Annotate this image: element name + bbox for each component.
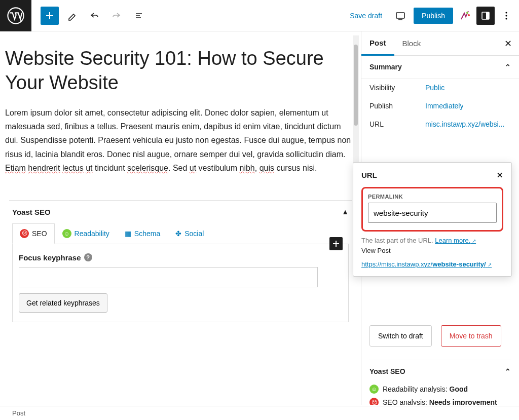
external-link-icon: ↗: [488, 262, 492, 268]
redo-button[interactable]: [107, 7, 126, 25]
move-to-trash-button[interactable]: Move to trash: [441, 325, 501, 347]
tab-seo[interactable]: ☹ SEO: [12, 223, 55, 244]
breadcrumb[interactable]: Post: [12, 409, 25, 417]
view-post-link[interactable]: View Post: [361, 247, 391, 254]
permalink-input[interactable]: [368, 203, 497, 223]
options-menu-button[interactable]: [499, 7, 514, 25]
full-permalink-link[interactable]: https://misc.instawp.xyz/website-securit…: [361, 260, 503, 268]
publish-row[interactable]: Publish Immediately: [361, 97, 519, 115]
chevron-up-icon: ⌃: [505, 63, 511, 71]
breadcrumb-bar: Post: [0, 406, 519, 420]
svg-point-7: [505, 15, 507, 16]
publish-value[interactable]: Immediately: [425, 102, 463, 110]
tab-block[interactable]: Block: [394, 32, 429, 55]
tab-social[interactable]: ✤ Social: [168, 223, 211, 244]
svg-rect-1: [396, 13, 404, 18]
sidebar-toggle-button[interactable]: [476, 7, 495, 25]
collapse-icon: ▲: [342, 208, 349, 216]
help-icon[interactable]: ?: [84, 253, 92, 261]
top-toolbar: Save draft Publish: [0, 0, 519, 31]
tab-readability[interactable]: ☺ Readability: [55, 223, 117, 244]
svg-point-6: [505, 12, 507, 13]
permalink-hint: The last part of the URL. Learn more. ↗ …: [361, 236, 503, 255]
svg-point-2: [466, 12, 468, 14]
chevron-up-icon: ⌃: [505, 367, 511, 375]
undo-button[interactable]: [85, 7, 103, 25]
yoast-metabox-title: Yoast SEO: [12, 208, 51, 216]
yoast-icon[interactable]: [457, 8, 472, 23]
svg-rect-5: [486, 12, 489, 19]
visibility-row[interactable]: Visibility Public: [361, 79, 519, 97]
scrollbar-thumb[interactable]: [354, 45, 358, 126]
close-sidebar-button[interactable]: ✕: [497, 38, 519, 49]
share-icon: ✤: [175, 230, 181, 238]
svg-point-8: [505, 18, 507, 19]
url-row[interactable]: URL misc.instawp.xyz/websi...: [361, 115, 519, 133]
preview-button[interactable]: [391, 7, 410, 25]
popover-title: URL: [361, 171, 377, 180]
add-block-button[interactable]: [41, 7, 59, 25]
sad-face-icon: ☹: [20, 229, 29, 238]
sidebar-yoast-header[interactable]: Yoast SEO ⌃: [369, 360, 511, 383]
post-title[interactable]: Website Security 101: How to Secure Your…: [5, 47, 356, 95]
url-popover: URL ✕ PERMALINK The last part of the URL…: [353, 162, 512, 277]
permalink-label: PERMALINK: [368, 194, 497, 200]
summary-panel-header[interactable]: Summary ⌃: [369, 63, 511, 71]
publish-button[interactable]: Publish: [414, 8, 453, 24]
url-value[interactable]: misc.instawp.xyz/websi...: [425, 120, 504, 128]
happy-face-icon: ☺: [62, 229, 71, 238]
post-body[interactable]: Lorem ipsum dolor sit amet, consectetur …: [5, 106, 356, 175]
save-draft-link[interactable]: Save draft: [345, 9, 387, 23]
grid-icon: ▦: [125, 230, 131, 238]
insert-block-button[interactable]: [329, 237, 343, 250]
focus-keyphrase-input[interactable]: [19, 267, 318, 287]
svg-point-3: [468, 14, 470, 16]
permalink-highlight-box: PERMALINK: [361, 187, 503, 232]
visibility-value[interactable]: Public: [425, 84, 444, 92]
learn-more-link[interactable]: Learn more. ↗: [435, 237, 476, 244]
related-keyphrases-button[interactable]: Get related keyphrases: [19, 293, 107, 313]
focus-keyphrase-label: Focus keyphrase ?: [19, 253, 342, 262]
readability-analysis-line: ☺ Readability analysis: Good: [369, 383, 511, 396]
switch-to-draft-button[interactable]: Switch to draft: [369, 325, 432, 347]
yoast-metabox-header[interactable]: Yoast SEO ▲: [9, 201, 352, 223]
sad-face-icon: ☹: [369, 398, 379, 405]
edit-tool-button[interactable]: [63, 7, 81, 25]
tab-schema[interactable]: ▦ Schema: [117, 223, 168, 244]
outline-button[interactable]: [130, 7, 148, 25]
external-link-icon: ↗: [470, 238, 476, 244]
seo-analysis-line: ☹ SEO analysis: Needs improvement: [369, 396, 511, 405]
yoast-metabox: Yoast SEO ▲ ☹ SEO ☺ Readability ▦ Schema…: [9, 200, 352, 322]
close-popover-button[interactable]: ✕: [497, 171, 503, 180]
tab-post[interactable]: Post: [361, 31, 394, 56]
wordpress-logo[interactable]: [0, 0, 31, 31]
happy-face-icon: ☺: [369, 385, 379, 394]
editor-canvas[interactable]: Website Security 101: How to Secure Your…: [0, 31, 361, 405]
